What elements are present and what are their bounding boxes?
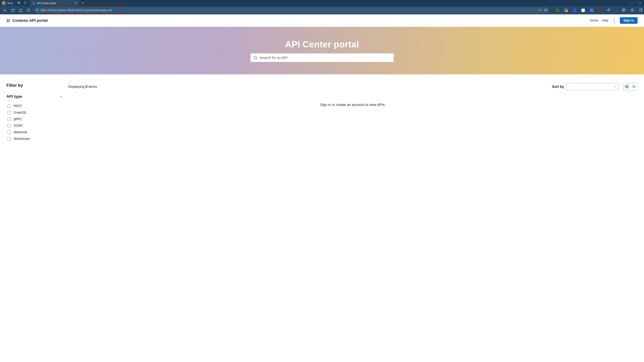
lock-icon [36,8,39,12]
close-tab-icon[interactable]: ✕ [75,1,77,5]
list-view-button[interactable] [630,83,638,90]
svg-rect-4 [36,10,38,11]
checkbox[interactable] [8,137,11,141]
checkbox[interactable] [8,104,11,108]
extension-icon[interactable] [556,8,559,12]
nav-help-link[interactable]: Help [602,19,608,22]
svg-point-16 [7,21,8,22]
chevron-up-icon [60,95,62,98]
svg-rect-0 [18,2,19,3]
extension-icon[interactable] [581,8,585,12]
brand-icon [6,19,10,22]
split-screen-icon[interactable] [622,8,626,12]
svg-rect-11 [640,9,642,11]
empty-message: Sign in or create an account to view API… [68,103,638,107]
browser-titlebar: Work API Center portal ✕ + — ☐ [0,0,644,6]
svg-rect-21 [627,85,628,86]
filter-option[interactable]: GraphQL [6,109,62,116]
site-header: Contoso API portal Home Help Sign in [0,14,644,27]
nav-refresh-button[interactable] [9,7,16,14]
results-panel: Displaying 0 items Sort by Sign in or cr… [68,83,638,142]
svg-line-19 [256,58,257,59]
workspaces-icon[interactable] [16,1,22,5]
profile-switcher[interactable]: Work [1,1,16,6]
svg-rect-2 [24,2,26,4]
window-minimize[interactable]: — [628,2,636,4]
svg-point-15 [9,19,10,20]
tab-actions-icon[interactable] [22,1,28,5]
filter-option-label: WebSocket [14,137,30,141]
filters-heading: Filter by [6,83,62,88]
filter-option[interactable]: SOAP [6,122,62,129]
svg-point-18 [254,56,256,59]
checkbox[interactable] [8,111,11,114]
filter-group-title: API type [6,94,22,99]
checkbox[interactable] [8,117,11,121]
filter-option[interactable]: Webhook [6,129,62,136]
extension-icon[interactable] [564,8,568,12]
profile-label: Work [7,2,13,4]
sort-select[interactable] [566,83,619,90]
address-bar[interactable]: https://brave-flower-053521903.5.azurest… [34,7,549,13]
browser-toolbar: https://brave-flower-053521903.5.azurest… [0,6,644,14]
nav-back-button[interactable] [2,7,8,14]
nav-home-link[interactable]: Home [590,19,598,22]
page-icon [32,2,35,4]
filters-panel: Filter by API type RESTGraphQLgRPCSOAPWe… [6,83,62,142]
url-text: https://brave-flower-053521903.5.azurest… [40,8,112,12]
svg-point-24 [633,85,633,86]
grid-view-button[interactable] [623,83,630,90]
svg-rect-20 [625,85,626,86]
filter-option-label: gRPC [14,117,22,121]
nav-search-button[interactable] [25,7,32,14]
svg-rect-7 [624,9,625,11]
svg-marker-5 [544,9,547,11]
grid-icon [625,85,629,88]
brand[interactable]: Contoso API portal [6,18,48,23]
extension-icon[interactable] [590,8,594,12]
svg-rect-23 [627,87,628,88]
favorite-icon[interactable] [544,8,547,12]
extensions-strip [551,8,642,12]
sort-label: Sort by [552,85,564,89]
checkbox[interactable] [8,131,11,134]
hero: API Center portal [0,27,644,74]
new-tab-button[interactable]: + [82,1,84,5]
signin-button[interactable]: Sign in [620,17,638,24]
filter-option-label: REST [14,104,22,108]
hero-search[interactable] [250,53,394,62]
filter-option-label: GraphQL [14,111,27,114]
search-input[interactable] [260,56,391,60]
brand-text: Contoso API portal [12,18,48,23]
filter-group-toggle[interactable]: API type [6,94,62,99]
nav-separator [614,18,614,23]
svg-point-14 [7,19,8,20]
extensions-menu-icon[interactable] [607,8,610,12]
svg-point-28 [633,87,633,88]
svg-point-26 [633,86,633,87]
filter-option[interactable]: WebSocket [6,136,62,142]
checkbox[interactable] [8,124,11,127]
window-maximize[interactable]: ☐ [636,2,644,4]
svg-rect-1 [19,2,20,3]
result-count-text: Displaying 0 items [68,85,97,89]
header-nav: Home Help Sign in [590,17,638,24]
hero-title: API Center portal [285,39,359,49]
toolbar-separator [616,8,616,12]
filter-option[interactable]: gRPC [6,116,62,122]
view-toggle [623,83,638,90]
list-icon [632,85,636,88]
read-aloud-icon[interactable] [538,8,541,12]
collections-icon[interactable] [639,8,642,12]
tab-title: API Center portal [36,2,56,4]
extension-icon[interactable] [573,8,576,12]
chevron-down-icon [614,85,616,88]
extension-icon[interactable] [598,8,602,12]
favorites-icon[interactable] [630,8,634,12]
avatar [2,1,6,5]
svg-rect-22 [625,87,626,88]
filter-option[interactable]: REST [6,103,62,109]
browser-tab-active[interactable]: API Center portal ✕ [30,0,80,6]
filter-option-label: Webhook [14,130,27,134]
nav-home-button[interactable] [17,7,24,14]
